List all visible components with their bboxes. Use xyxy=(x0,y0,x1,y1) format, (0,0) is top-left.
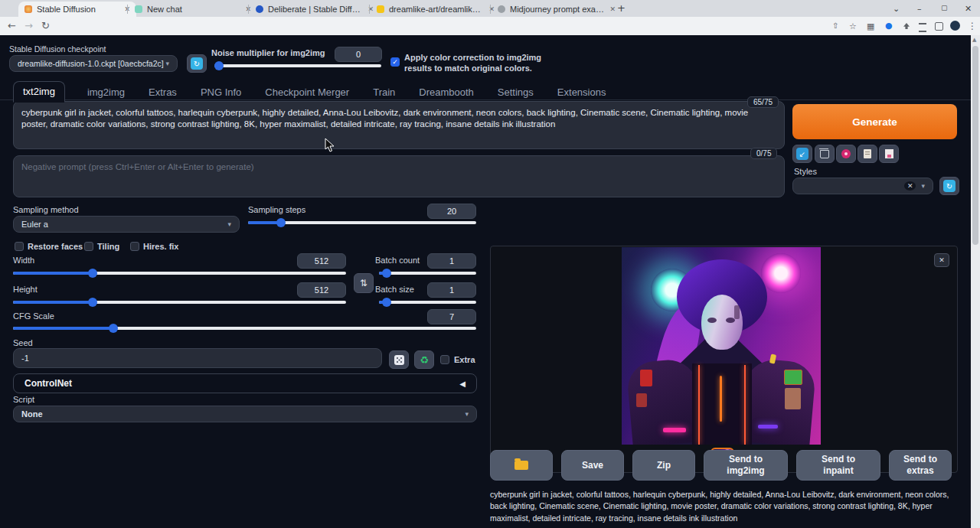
media-grid-icon[interactable]: ▦ xyxy=(867,21,874,31)
window-maximize-button[interactable]: ▢ xyxy=(941,4,948,11)
reading-list-icon[interactable] xyxy=(919,23,926,32)
random-seed-button[interactable] xyxy=(389,350,409,369)
cfg-scale-label: CFG Scale xyxy=(13,311,54,321)
sampling-steps-slider[interactable] xyxy=(248,221,476,224)
tab-bar-divider xyxy=(0,99,971,100)
cfg-scale-input[interactable] xyxy=(427,309,476,324)
generate-button[interactable]: Generate xyxy=(792,104,957,139)
generation-caption: cyberpunk girl in jacket, colorful tatto… xyxy=(490,489,950,524)
batch-count-input[interactable] xyxy=(427,253,476,269)
chevron-down-icon: ▾ xyxy=(165,60,169,67)
close-preview-button[interactable]: ✕ xyxy=(934,253,949,267)
save-button[interactable]: Save xyxy=(561,450,624,481)
styles-refresh-button[interactable]: ↻ xyxy=(939,177,959,195)
tab-txt2img[interactable]: txt2img xyxy=(13,81,65,103)
extra-seed-label: Extra xyxy=(454,355,475,364)
noise-multiplier-slider[interactable] xyxy=(214,64,381,67)
window-close-button[interactable]: ✕ xyxy=(965,4,972,14)
browser-tab-dreamlike[interactable]: dreamlike-art/dreamlike-diffusio ✕ xyxy=(371,2,501,17)
back-icon[interactable]: ← xyxy=(8,20,16,31)
height-slider[interactable] xyxy=(13,301,346,304)
clear-prompt-button[interactable] xyxy=(815,145,835,163)
slider-knob[interactable] xyxy=(382,269,391,278)
hires-fix-checkbox[interactable] xyxy=(130,242,139,251)
midjourney-favicon xyxy=(498,5,505,13)
send-to-inpaint-button[interactable]: Send to inpaint xyxy=(796,450,880,481)
checkpoint-refresh-button[interactable]: ↻ xyxy=(187,54,207,73)
batch-size-input[interactable] xyxy=(427,282,476,298)
extra-seed-checkbox[interactable] xyxy=(440,355,449,364)
image-detail xyxy=(707,318,717,323)
bookmark-star-icon[interactable]: ☆ xyxy=(849,21,857,31)
chevron-down-icon: ▾ xyxy=(921,182,925,190)
tab-close-icon[interactable]: ✕ xyxy=(609,5,616,13)
new-tab-button[interactable]: + xyxy=(617,2,626,14)
status-dot-icon[interactable]: ● xyxy=(885,21,893,31)
image-detail xyxy=(761,253,801,293)
script-dropdown[interactable]: None ▾ xyxy=(13,406,477,422)
side-panel-icon[interactable] xyxy=(935,22,943,31)
tab-divider xyxy=(248,5,249,14)
send-to-extras-button[interactable]: Send to extras xyxy=(889,450,952,481)
styles-dropdown[interactable]: ✕ ▾ xyxy=(792,178,933,194)
sampling-steps-input[interactable] xyxy=(427,204,476,219)
browser-tab-deliberate[interactable]: Deliberate | Stable Diffusion Che ✕ xyxy=(250,2,380,17)
browser-tab-midjourney[interactable]: Midjourney prompt examples : L ✕ xyxy=(492,2,622,17)
image-detail xyxy=(726,318,735,323)
negative-prompt-textarea[interactable] xyxy=(13,155,785,197)
color-correction-checkbox[interactable]: ✓ xyxy=(390,57,400,67)
scroll-up-icon[interactable]: ▲ xyxy=(972,37,976,43)
color-correction-label: Apply color correction to img2img result… xyxy=(404,52,565,73)
scrollbar-thumb[interactable] xyxy=(972,46,978,245)
palette-icon xyxy=(841,149,851,158)
batch-size-slider[interactable] xyxy=(379,301,476,304)
sampling-method-dropdown[interactable]: Euler a ▾ xyxy=(13,216,240,233)
width-slider[interactable] xyxy=(13,272,346,275)
image-detail xyxy=(744,365,746,445)
reload-icon[interactable]: ↻ xyxy=(41,20,50,31)
extra-networks-button[interactable] xyxy=(836,145,856,163)
restore-faces-label: Restore faces xyxy=(28,242,83,251)
browser-menu-dots-icon[interactable]: ⋮ xyxy=(968,21,977,31)
send-to-img2img-button[interactable]: Send to img2img xyxy=(704,450,788,481)
cfg-scale-slider[interactable] xyxy=(13,327,476,330)
reuse-seed-button[interactable]: ♻ xyxy=(414,350,434,369)
noise-multiplier-input[interactable] xyxy=(335,47,382,62)
window-minimize-button[interactable]: – xyxy=(917,4,922,14)
browser-tab-new-chat[interactable]: New chat ✕ xyxy=(129,2,257,17)
prompt-textarea[interactable]: cyberpunk girl in jacket, colorful tatto… xyxy=(13,101,785,149)
save-style-button[interactable] xyxy=(879,145,899,163)
tiling-checkbox[interactable] xyxy=(84,242,93,251)
swap-dimensions-button[interactable]: ⇅ xyxy=(354,273,374,293)
image-detail xyxy=(720,376,722,422)
profile-avatar[interactable] xyxy=(950,21,960,31)
forward-icon[interactable]: → xyxy=(24,20,33,31)
slider-knob[interactable] xyxy=(382,298,391,307)
generated-image[interactable] xyxy=(622,247,821,445)
extensions-pin-icon[interactable] xyxy=(903,23,910,29)
height-input[interactable] xyxy=(297,282,346,298)
styles-clear-icon[interactable]: ✕ xyxy=(904,181,916,191)
slider-knob[interactable] xyxy=(109,324,118,333)
paste-params-button[interactable]: ↙ xyxy=(792,145,812,163)
zip-button[interactable]: Zip xyxy=(632,450,695,481)
batch-count-label: Batch count xyxy=(375,256,420,265)
browser-tab-stable-diffusion[interactable]: Stable Diffusion ✕ xyxy=(18,2,136,17)
slider-knob[interactable] xyxy=(88,298,97,307)
batch-count-slider[interactable] xyxy=(379,272,476,275)
checkpoint-dropdown[interactable]: dreamlike-diffusion-1.0.ckpt [0aecbcfa2c… xyxy=(9,55,178,72)
open-folder-button[interactable] xyxy=(490,450,553,481)
controlnet-accordion[interactable]: ControlNet ◀ xyxy=(13,373,477,393)
trash-icon xyxy=(820,150,829,158)
image-detail xyxy=(640,370,652,386)
prompt-token-counter: 65/75 xyxy=(747,96,779,108)
restore-faces-checkbox[interactable] xyxy=(15,242,24,251)
slider-knob[interactable] xyxy=(214,61,224,70)
apply-style-button[interactable] xyxy=(858,145,877,163)
share-icon[interactable]: ⇧ xyxy=(832,21,838,30)
tabstrip-chevron-icon[interactable]: ⌄ xyxy=(893,4,900,14)
seed-input[interactable] xyxy=(13,348,382,368)
slider-knob[interactable] xyxy=(276,218,286,227)
slider-knob[interactable] xyxy=(88,269,97,278)
width-input[interactable] xyxy=(297,253,346,269)
